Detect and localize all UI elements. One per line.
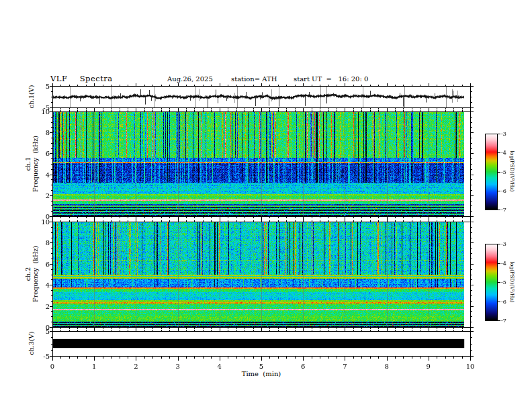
colorbar-tick-label: -6 [501, 187, 506, 193]
y-tick-label: 2 [46, 302, 50, 310]
x-tick-label: 6 [301, 363, 305, 370]
y-tick-label: 8 [46, 239, 50, 246]
figure-title: VLF Spectra [50, 74, 113, 83]
ch2-frequency-axis-label: ch.2Frequency (kHz) [24, 246, 39, 302]
ch3-voltage-axis-label: ch.3(V) [28, 332, 35, 355]
colorbar-label-1: log(PSD)(V²/Hz) [509, 150, 515, 191]
y-tick-label: 4 [46, 171, 50, 178]
ch1-frequency-axis-label: ch.1Frequency (kHz) [24, 136, 39, 192]
x-tick-label: 3 [175, 363, 179, 370]
colorbar-tick-label: -3 [501, 131, 506, 137]
x-tick-label: 9 [427, 363, 431, 370]
y-tick-label: 10 [41, 218, 50, 226]
x-tick-label: 8 [384, 363, 388, 370]
colorbar-tick-label: -5 [501, 169, 506, 175]
colorbar-gradient-2 [485, 244, 497, 320]
station-label: station= ATH [231, 75, 277, 83]
colorbar-tick-label: -4 [501, 260, 506, 266]
colorbar-tick-label: -4 [501, 150, 506, 156]
y-tick-label: -5 [43, 353, 50, 360]
date-label: Aug.26, 2025 [167, 75, 213, 83]
y-tick-label: 10 [41, 108, 50, 116]
ch2-spectrogram-canvas [52, 222, 470, 327]
colorbar-tick-label: -7 [501, 318, 506, 324]
y-tick-label: 8 [46, 129, 50, 136]
colorbar-tick-label: -6 [501, 298, 506, 304]
y-tick-label: 0 [46, 324, 50, 331]
y-tick-label: 4 [46, 281, 50, 289]
x-tick-label: 0 [50, 363, 54, 370]
x-tick-label: 1 [92, 363, 96, 370]
ch1-label-line2: Frequency (kHz) [32, 136, 39, 192]
colorbar-label-2: log(PSD)(V²/Hz) [509, 261, 515, 302]
x-tick-label: 10 [466, 363, 475, 370]
ch1-voltage-axis-label: ch.1(V) [28, 85, 35, 109]
x-tick-label: 4 [218, 363, 222, 370]
x-tick-label: 2 [134, 363, 138, 370]
ch2-label-line2: Frequency (kHz) [32, 246, 39, 302]
ch2-label-line1: ch.2 [24, 267, 32, 281]
ch1-label-line1: ch.1 [24, 157, 32, 171]
y-tick-label: 6 [46, 150, 50, 157]
y-tick-label: 6 [46, 260, 50, 267]
y-tick-label: 5 [46, 83, 50, 90]
ch1-waveform-canvas [52, 86, 470, 107]
colorbar-tick-label: -3 [501, 241, 506, 247]
x-tick-label: 5 [259, 363, 263, 370]
start-ut-label: start UT = 16: 20: 0 [294, 75, 368, 83]
y-tick-label: 2 [46, 191, 50, 199]
time-axis-label: Time (min) [242, 370, 281, 377]
ch1-spectrogram-canvas [52, 111, 470, 216]
colorbar-tick-label: -7 [501, 207, 506, 213]
vlf-spectra-figure: VLF Spectra Aug.26, 2025 station= ATH st… [0, 0, 532, 411]
colorbar-tick-label: -5 [501, 279, 506, 285]
colorbar-gradient-1 [485, 134, 497, 210]
x-tick-label: 7 [343, 363, 347, 370]
